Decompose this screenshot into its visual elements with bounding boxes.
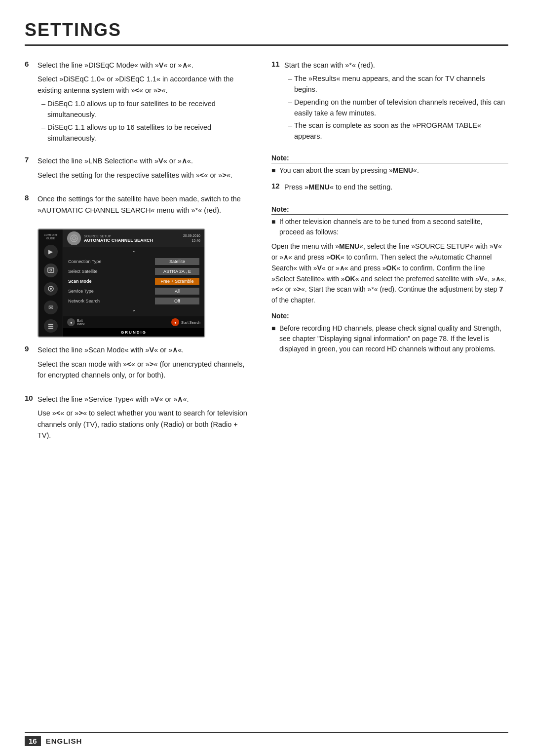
step-9-para1: Select the line »Scan Mode« with »V« or … bbox=[38, 344, 252, 355]
device-header-text: SOURCE SETUP AUTOMATIC CHANNEL SEARCH bbox=[84, 234, 153, 243]
step-9-content: Select the line »Scan Mode« with »V« or … bbox=[38, 344, 252, 383]
step-10-content: Select the line »Service Type« with »V« … bbox=[38, 394, 252, 444]
sidebar-icon-5 bbox=[44, 319, 58, 333]
start-search-label: Start Search bbox=[181, 321, 200, 324]
step-12: 12 Press »MENU« to end the setting. bbox=[271, 182, 508, 195]
svg-point-3 bbox=[50, 288, 52, 290]
service-type-label: Service Type bbox=[68, 289, 155, 294]
right-column: 11 Start the scan with »*« (red). The »R… bbox=[271, 60, 508, 454]
svg-point-1 bbox=[50, 269, 52, 271]
step-12-para1: Press »MENU« to end the setting. bbox=[284, 182, 508, 192]
left-column: 6 Select the line »DISEqC Mode« with »V«… bbox=[25, 60, 252, 454]
note-3-title: Note: bbox=[271, 312, 508, 321]
device-title: AUTOMATIC CHANNEL SEARCH bbox=[84, 238, 153, 243]
note-2-text: If other television channels are to be t… bbox=[279, 217, 508, 237]
note-2-title: Note: bbox=[271, 205, 508, 215]
step-8: 8 Once the settings for the satellite ha… bbox=[25, 193, 252, 219]
step-7: 7 Select the line »LNB Selection« with »… bbox=[25, 155, 252, 184]
start-search-button: ● Start Search bbox=[171, 318, 200, 326]
step-6-bullet-2: DiSEqC 1.1 allows up to 16 satellites to… bbox=[41, 122, 252, 144]
select-satellite-value: ASTRA 2A , E bbox=[155, 268, 199, 275]
step-6-para1: Select the line »DISEqC Mode« with »V« o… bbox=[38, 60, 252, 71]
scan-mode-label: Scan Mode bbox=[68, 279, 155, 284]
step-11-para1: Start the scan with »*« (red). bbox=[284, 60, 508, 71]
sidebar-icon-2 bbox=[44, 264, 58, 277]
exit-back-button: ● ExitBack bbox=[67, 318, 85, 326]
step-12-content: Press »MENU« to end the setting. bbox=[284, 182, 508, 195]
connection-type-value: Satellite bbox=[155, 258, 199, 265]
note-3-item-1: ■ Before recording HD channels, please c… bbox=[271, 323, 508, 354]
device-screenshot: COMFORTGUIDE ▶ ✉ bbox=[38, 228, 205, 338]
step-10-para1: Select the line »Service Type« with »V« … bbox=[38, 394, 252, 405]
step-7-para2: Select the setting for the respective sa… bbox=[38, 170, 252, 181]
note-3: Note: ■ Before recording HD channels, pl… bbox=[271, 312, 508, 354]
sidebar-icon-4: ✉ bbox=[44, 301, 58, 314]
network-search-label: Network Search bbox=[68, 299, 155, 303]
step-7-number: 7 bbox=[25, 155, 34, 184]
device-header-datetime: 20.09.2010 15:46 bbox=[183, 233, 200, 243]
step-6-para2: Select »DiSEqC 1.0« or »DiSEqC 1.1« in a… bbox=[38, 74, 252, 96]
step-11-bullet-3: The scan is complete as soon as the »PRO… bbox=[288, 120, 508, 142]
note-2-item-1: ■ If other television channels are to be… bbox=[271, 217, 508, 237]
step-7-content: Select the line »LNB Selection« with »V«… bbox=[38, 155, 252, 184]
sidebar-icon-1: ▶ bbox=[44, 245, 58, 259]
scan-mode-value: Free + Scramble bbox=[155, 278, 199, 285]
step-6-number: 6 bbox=[25, 60, 34, 146]
step-8-para1: Once the settings for the satellite have… bbox=[38, 193, 252, 216]
device-date: 20.09.2010 bbox=[183, 233, 200, 238]
step-7-para1: Select the line »LNB Selection« with »V«… bbox=[38, 155, 252, 166]
device-footer: ● ExitBack ● Start Search bbox=[63, 316, 204, 328]
step-11-number: 11 bbox=[271, 60, 280, 144]
step-6-bullet-1: DiSEqC 1.0 allows up to four satellites … bbox=[41, 99, 252, 120]
step-9: 9 Select the line »Scan Mode« with »V« o… bbox=[25, 344, 252, 383]
step-6-bullets: DiSEqC 1.0 allows up to four satellites … bbox=[38, 99, 252, 144]
content-columns: 6 Select the line »DISEqC Mode« with »V«… bbox=[25, 60, 508, 454]
step-11: 11 Start the scan with »*« (red). The »R… bbox=[271, 60, 508, 144]
step-10-para2: Use »<« or »>« to select whether you wan… bbox=[38, 408, 252, 441]
grundig-logo: GRUNDIG bbox=[63, 328, 204, 337]
network-search-value: Off bbox=[155, 298, 199, 304]
note-2-bullet: ■ bbox=[271, 217, 276, 237]
step-10-number: 10 bbox=[25, 394, 34, 444]
service-type-value: All bbox=[155, 288, 199, 295]
note-3-bullet: ■ bbox=[271, 323, 276, 354]
device-row-servicetype: Service Type All bbox=[63, 286, 204, 296]
note-1-item-1: ■ You can abort the scan by pressing »ME… bbox=[271, 165, 508, 176]
note-1: Note: ■ You can abort the scan by pressi… bbox=[271, 154, 508, 176]
step-10: 10 Select the line »Service Type« with »… bbox=[25, 394, 252, 444]
step-6-content: Select the line »DISEqC Mode« with »V« o… bbox=[38, 60, 252, 146]
svg-point-8 bbox=[73, 237, 76, 240]
source-setup-label: SOURCE SETUP bbox=[84, 234, 153, 238]
device-row-network: Network Search Off bbox=[63, 296, 204, 306]
step-11-content: Start the scan with »*« (red). The »Resu… bbox=[284, 60, 508, 144]
footer-page-number: 16 bbox=[25, 736, 41, 746]
note-2-body: Open the menu with »MENU«, select the li… bbox=[271, 241, 508, 305]
start-circle: ● bbox=[171, 318, 179, 326]
step-9-number: 9 bbox=[25, 344, 34, 383]
device-table: ⌃ Connection Type Satellite Select Satel… bbox=[63, 247, 204, 315]
device-main: SOURCE SETUP AUTOMATIC CHANNEL SEARCH 20… bbox=[63, 229, 204, 337]
sidebar-icon-3 bbox=[44, 282, 58, 296]
comfort-guide-label: COMFORTGUIDE bbox=[44, 233, 58, 240]
exit-back-label: ExitBack bbox=[77, 319, 85, 326]
note-2: Note: ■ If other television channels are… bbox=[271, 205, 508, 305]
page-title: SETTINGS bbox=[25, 20, 508, 46]
device-arrow-up: ⌃ bbox=[63, 249, 204, 257]
note-1-title: Note: bbox=[271, 154, 508, 163]
device-header-left: SOURCE SETUP AUTOMATIC CHANNEL SEARCH bbox=[67, 231, 153, 245]
step-11-bullet-2: Depending on the number of television ch… bbox=[288, 97, 508, 119]
step-12-number: 12 bbox=[271, 182, 280, 195]
exit-circle: ● bbox=[67, 318, 75, 326]
note-3-text: Before recording HD channels, please che… bbox=[279, 323, 508, 354]
note-1-text: You can abort the scan by pressing »MENU… bbox=[279, 165, 419, 176]
device-row-connection: Connection Type Satellite bbox=[63, 257, 204, 266]
step-11-bullet-1: The »Results« menu appears, and the scan… bbox=[288, 74, 508, 95]
step-6: 6 Select the line »DISEqC Mode« with »V«… bbox=[25, 60, 252, 146]
note-1-bullet: ■ bbox=[271, 165, 276, 176]
device-arrow-down: ⌄ bbox=[63, 306, 204, 313]
page-footer: 16 ENGLISH bbox=[25, 732, 508, 746]
device-row-satellite: Select Satellite ASTRA 2A , E bbox=[63, 266, 204, 276]
device-header: SOURCE SETUP AUTOMATIC CHANNEL SEARCH 20… bbox=[63, 229, 204, 247]
step-11-bullets: The »Results« menu appears, and the scan… bbox=[284, 74, 508, 142]
select-satellite-label: Select Satellite bbox=[68, 269, 155, 274]
